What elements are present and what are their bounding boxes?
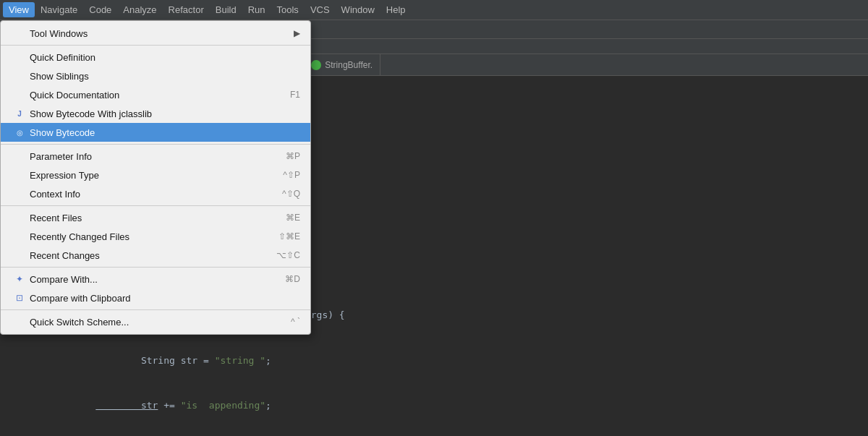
menu-item-show-siblings[interactable]: Show Siblings: [1, 67, 310, 85]
param-info-shortcut: ⌘P: [286, 151, 300, 161]
recent-changes-icon: [14, 249, 25, 261]
menu-item-quick-def[interactable]: Quick Definition: [1, 48, 310, 67]
show-siblings-icon: [14, 70, 25, 82]
compare-clipboard-label: Compare with Clipboard: [30, 293, 130, 304]
expr-type-icon: [14, 169, 25, 181]
recently-changed-icon: [14, 231, 25, 242]
separator-4: [1, 267, 310, 268]
dropdown-menu: Tool Windows ▶ Quick Definition Show Sib…: [0, 20, 311, 335]
quick-switch-label: Quick Switch Scheme...: [30, 317, 129, 328]
bytecode-icon: ◎: [14, 127, 25, 138]
menu-item-quick-switch[interactable]: Quick Switch Scheme... ^ `: [1, 312, 310, 331]
quick-def-label: Quick Definition: [30, 52, 95, 63]
menu-item-compare-clipboard[interactable]: ⊡ Compare with Clipboard: [1, 288, 310, 307]
code-line: String str = "string ";: [0, 338, 868, 383]
menu-item-ctx-info[interactable]: Context Info ^⇧Q: [1, 184, 310, 203]
show-siblings-label: Show Siblings: [30, 71, 89, 82]
recent-files-label: Recent Files: [30, 213, 82, 223]
stringbuffer-icon: [311, 60, 321, 70]
menu-item-recent-files[interactable]: Recent Files ⌘E: [1, 208, 310, 227]
menu-refactor[interactable]: Refactor: [163, 2, 210, 17]
ctx-info-shortcut: ^⇧Q: [282, 189, 300, 199]
separator-1: [1, 45, 310, 46]
jclasslib-icon: J: [14, 108, 25, 119]
code-line: str += "really?";: [0, 429, 868, 436]
expr-type-shortcut: ^⇧P: [283, 170, 300, 180]
quick-switch-icon: [14, 316, 25, 328]
menu-view[interactable]: View: [3, 2, 35, 17]
recent-files-shortcut: ⌘E: [286, 213, 300, 223]
separator-2: [1, 144, 310, 145]
menu-analyze[interactable]: Analyze: [117, 2, 162, 17]
separator-3: [1, 205, 310, 206]
menu-item-recently-changed[interactable]: Recently Changed Files ⇧⌘E: [1, 227, 310, 246]
menu-item-tool-windows[interactable]: Tool Windows ▶: [1, 24, 310, 43]
menu-window[interactable]: Window: [336, 2, 380, 17]
menu-item-param-info[interactable]: Parameter Info ⌘P: [1, 147, 310, 166]
recent-files-icon: [14, 212, 25, 223]
compare-clipboard-icon: ⊡: [14, 292, 25, 304]
menu-item-expr-type[interactable]: Expression Type ^⇧P: [1, 166, 310, 184]
tool-windows-arrow: ▶: [294, 28, 300, 38]
recent-changes-shortcut: ⌥⇧C: [276, 250, 300, 260]
ctx-info-icon: [14, 188, 25, 200]
tab-stringbuffer-label: StringBuffer.: [325, 60, 373, 70]
tool-windows-label: Tool Windows: [30, 28, 88, 39]
recent-changes-label: Recent Changes: [30, 250, 100, 261]
menu-item-quick-doc[interactable]: Quick Documentation F1: [1, 85, 310, 104]
quick-def-icon: [14, 51, 25, 63]
quick-switch-shortcut: ^ `: [291, 317, 300, 327]
separator-5: [1, 309, 310, 310]
quick-doc-icon: [14, 89, 25, 101]
bytecode-jclass-label: Show Bytecode With jclasslib: [30, 108, 152, 119]
menu-item-recent-changes[interactable]: Recent Changes ⌥⇧C: [1, 246, 310, 265]
menu-item-compare-with[interactable]: ✦ Compare With... ⌘D: [1, 270, 310, 288]
recently-changed-label: Recently Changed Files: [30, 231, 129, 242]
compare-with-icon: ✦: [14, 273, 25, 285]
view-dropdown: Tool Windows ▶ Quick Definition Show Sib…: [0, 20, 311, 335]
main-layout: Tool Windows ▶ Quick Definition Show Sib…: [0, 20, 868, 436]
recently-changed-shortcut: ⇧⌘E: [278, 231, 300, 241]
quick-doc-shortcut: F1: [290, 90, 300, 100]
menu-code[interactable]: Code: [83, 2, 117, 17]
compare-with-shortcut: ⌘D: [285, 274, 300, 284]
menu-build[interactable]: Build: [210, 2, 242, 17]
menu-navigate[interactable]: Navigate: [35, 2, 83, 17]
compare-with-label: Compare With...: [30, 274, 98, 285]
param-info-icon: [14, 150, 25, 162]
menu-item-show-bytecode[interactable]: ◎ Show Bytecode: [1, 123, 310, 142]
menu-tools[interactable]: Tools: [271, 2, 305, 17]
menu-run[interactable]: Run: [242, 2, 271, 17]
menubar: View Navigate Code Analyze Refactor Buil…: [0, 0, 868, 20]
expr-type-label: Expression Type: [30, 170, 99, 181]
quick-doc-label: Quick Documentation: [30, 90, 119, 101]
code-line: str += "is appending";: [0, 383, 868, 428]
ctx-info-label: Context Info: [30, 189, 80, 200]
tool-windows-icon: [14, 27, 25, 39]
menu-vcs[interactable]: VCS: [305, 2, 336, 17]
show-bytecode-label: Show Bytecode: [30, 127, 95, 138]
menu-help[interactable]: Help: [380, 2, 412, 17]
tab-stringbuffer[interactable]: StringBuffer.: [304, 54, 380, 75]
param-info-label: Parameter Info: [30, 151, 92, 162]
menu-item-bytecode-jclass[interactable]: J Show Bytecode With jclasslib: [1, 104, 310, 123]
